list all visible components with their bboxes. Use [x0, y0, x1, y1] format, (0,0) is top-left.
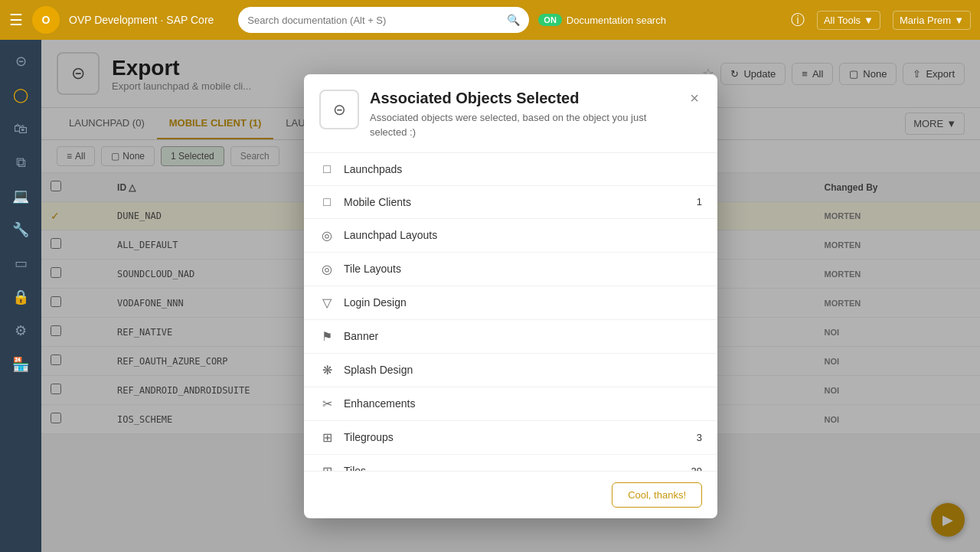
sidebar-item-box[interactable]: ▭ [5, 248, 36, 279]
modal-item-label: Tile Layouts [344, 263, 702, 275]
modal-item-icon: □ [319, 162, 335, 176]
sidebar-item-laptop[interactable]: 💻 [5, 181, 36, 211]
sidebar-item-store[interactable]: 🏪 [5, 349, 36, 380]
modal-item-icon: ◎ [319, 262, 335, 276]
cool-thanks-button[interactable]: Cool, thanks! [612, 482, 702, 508]
banner-item[interactable]: ⚑ Banner [304, 320, 717, 354]
modal-item-label: Tilegroups [344, 431, 688, 443]
sidebar-item-tools[interactable]: 🔧 [5, 214, 36, 245]
modal-item-label: Enhancements [344, 397, 702, 410]
all-tools-button[interactable]: All Tools ▼ [817, 11, 880, 30]
sidebar-item-grid[interactable]: ⧉ [5, 147, 36, 178]
modal-item-icon: ⚑ [319, 329, 335, 344]
modal-icon: ⊝ [319, 90, 359, 129]
doc-search-toggle[interactable]: ON Documentation search [538, 14, 666, 26]
modal-item-icon: ⊞ [319, 464, 335, 471]
sidebar-item-target[interactable]: ◯ [5, 80, 36, 110]
sidebar-item-bag[interactable]: 🛍 [5, 113, 36, 144]
modal-body: □ Launchpads □ Mobile Clients 1 ◎ Launch… [304, 153, 717, 471]
launchpads-item[interactable]: □ Launchpads [304, 153, 717, 186]
search-bar: 🔍 [238, 7, 529, 33]
toggle-on-badge: ON [538, 14, 562, 26]
modal-header: ⊝ Associated Objects Selected Associated… [304, 74, 717, 153]
modal-item-label: Mobile Clients [344, 196, 688, 208]
sidebar-item-settings[interactable]: ⚙ [5, 315, 36, 346]
mobile-clients-item[interactable]: □ Mobile Clients 1 [304, 186, 717, 219]
modal-title-block: Associated Objects Selected Associated o… [370, 90, 676, 140]
enhancements-item[interactable]: ✂ Enhancements [304, 387, 717, 421]
main-layout: ⊝ ◯ 🛍 ⧉ 💻 🔧 ▭ 🔒 ⚙ 🏪 ⊝ Export Export laun… [0, 40, 980, 552]
modal-item-icon: ⊞ [319, 430, 335, 445]
sidebar-item-layout[interactable]: ⊝ [5, 46, 36, 77]
tile-layouts-item[interactable]: ◎ Tile Layouts [304, 253, 717, 286]
doc-search-label: Documentation search [567, 15, 666, 26]
modal-item-label: Banner [344, 330, 702, 342]
modal-item-label: Launchpad Layouts [344, 229, 702, 241]
app-logo: O [32, 6, 60, 34]
modal-close-button[interactable]: × [687, 90, 702, 107]
modal-title: Associated Objects Selected [370, 90, 676, 107]
modal-item-icon: ◎ [319, 228, 335, 243]
modal-overlay: ⊝ Associated Objects Selected Associated… [41, 40, 980, 552]
search-icon: 🔍 [507, 14, 520, 26]
help-icon[interactable]: ⓘ [791, 11, 805, 29]
modal-item-count: 1 [697, 196, 702, 207]
app-title: OVP Development · SAP Core [69, 14, 214, 26]
user-menu-button[interactable]: Maria Prem ▼ [893, 11, 971, 30]
modal-item-icon: ✂ [319, 397, 335, 411]
modal-item-icon: □ [319, 195, 335, 209]
modal-item-count: 3 [697, 432, 702, 443]
modal-item-label: Login Design [344, 296, 702, 309]
tiles-item[interactable]: ⊞ Tiles 29 [304, 455, 717, 471]
modal-item-count: 29 [691, 465, 702, 471]
hamburger-icon[interactable]: ☰ [9, 11, 23, 29]
modal-item-label: Splash Design [344, 364, 702, 376]
top-navigation: ☰ O OVP Development · SAP Core 🔍 ON Docu… [0, 0, 980, 40]
content-area: ⊝ Export Export launchpad & mobile cli..… [41, 40, 980, 552]
modal-item-icon: ▽ [319, 296, 335, 310]
launchpad-layouts-item[interactable]: ◎ Launchpad Layouts [304, 219, 717, 253]
search-input[interactable] [247, 15, 501, 26]
chevron-down-icon: ▼ [864, 15, 874, 26]
associated-objects-modal: ⊝ Associated Objects Selected Associated… [304, 74, 717, 518]
modal-footer: Cool, thanks! [304, 471, 717, 518]
sidebar-item-lock[interactable]: 🔒 [5, 282, 36, 312]
modal-item-label: Tiles [344, 465, 682, 471]
tilegroups-item[interactable]: ⊞ Tilegroups 3 [304, 421, 717, 455]
modal-item-label: Launchpads [344, 163, 702, 175]
splash-design-item[interactable]: ❋ Splash Design [304, 354, 717, 387]
modal-item-icon: ❋ [319, 363, 335, 377]
modal-subtitle: Associated objects were selected, based … [370, 110, 676, 140]
nav-right: ⓘ All Tools ▼ Maria Prem ▼ [791, 11, 971, 30]
login-design-item[interactable]: ▽ Login Design [304, 286, 717, 320]
left-sidebar: ⊝ ◯ 🛍 ⧉ 💻 🔧 ▭ 🔒 ⚙ 🏪 [0, 40, 41, 552]
chevron-down-icon: ▼ [954, 15, 964, 26]
